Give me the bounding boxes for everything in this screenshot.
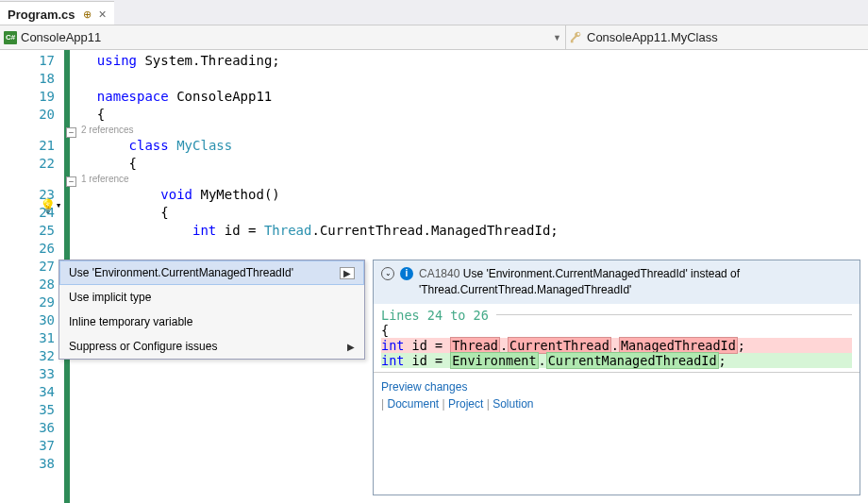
submenu-chevron-icon: ▶ (340, 267, 355, 279)
preview-diff: Lines 24 to 26 { int id = Thread.Current… (374, 304, 860, 372)
code-line: class MyClass (81, 137, 868, 155)
fold-toggle[interactable]: − (66, 127, 76, 138)
nav-type-text: ConsoleApp11.MyClass (587, 30, 718, 44)
quick-action-label: Inline temporary variable (69, 315, 192, 328)
diff-line: { (381, 323, 852, 338)
apply-scope-project[interactable]: Project (448, 397, 483, 411)
preview-changes-link[interactable]: Preview changes (381, 380, 467, 394)
code-line: { (81, 106, 868, 124)
nav-scope-text: ConsoleApp11 (21, 30, 101, 44)
close-icon[interactable]: × (99, 7, 107, 22)
info-icon: i (400, 267, 413, 280)
quick-action-item[interactable]: Suppress or Configure issues ▶ (59, 334, 364, 359)
nav-scope-dropdown[interactable]: C# ConsoleApp11 ▼ (0, 25, 566, 49)
code-line: { (81, 204, 868, 222)
chevron-down-icon: ▼ (57, 202, 60, 210)
csharp-icon: C# (4, 31, 17, 44)
tab-title: Program.cs (8, 8, 75, 22)
code-line: namespace ConsoleApp11 (81, 88, 868, 106)
code-line: using System.Threading; (81, 52, 868, 70)
quick-action-item[interactable]: Inline temporary variable (59, 310, 364, 334)
rule-text: CA1840 Use 'Environment.CurrentManagedTh… (419, 266, 852, 298)
nav-bar: C# ConsoleApp11 ▼ ConsoleApp11.MyClass (0, 25, 868, 50)
code-line: int id = Thread.CurrentThread.ManagedThr… (81, 222, 868, 240)
line-gutter: 17181920 2122 23242526272829303132333435… (0, 50, 64, 503)
preview-footer: Preview changes | Document | Project | S… (374, 372, 860, 418)
codelens-refs[interactable]: 1 reference (81, 173, 868, 186)
lightbulb-icon: 💡 (40, 198, 56, 213)
code-line: { (81, 155, 868, 173)
nav-type-dropdown[interactable]: ConsoleApp11.MyClass (566, 30, 868, 44)
submenu-chevron-icon: ▶ (347, 342, 355, 352)
pin-icon[interactable]: ⊕ (83, 8, 92, 21)
quick-action-item[interactable]: Use implicit type (59, 285, 364, 310)
quick-action-label: Use implicit type (69, 291, 151, 304)
fix-preview-pane: ⌄ i CA1840 Use 'Environment.CurrentManag… (373, 260, 860, 495)
diff-removed-line: int id = Thread.CurrentThread.ManagedThr… (381, 338, 852, 353)
preview-header: ⌄ i CA1840 Use 'Environment.CurrentManag… (374, 260, 860, 304)
quick-action-label: Use 'Environment.CurrentManagedThreadId' (69, 266, 293, 279)
collapse-icon[interactable]: ⌄ (381, 267, 394, 280)
tab-bar: Program.cs ⊕ × (0, 0, 868, 25)
file-tab[interactable]: Program.cs ⊕ × (0, 1, 114, 25)
chevron-down-icon: ▼ (553, 33, 561, 42)
apply-scope-solution[interactable]: Solution (492, 397, 533, 411)
diff-range: Lines 24 to 26 (381, 308, 852, 323)
lightbulb-button[interactable]: 💡 ▼ (40, 197, 62, 214)
diff-added-line: int id = Environment.CurrentManagedThrea… (381, 353, 852, 368)
apply-scope-document[interactable]: Document (387, 397, 439, 411)
code-line (81, 70, 868, 88)
codelens-refs[interactable]: 2 references (81, 124, 868, 137)
quick-actions-menu: Use 'Environment.CurrentManagedThreadId'… (58, 260, 365, 360)
class-icon (570, 31, 583, 44)
fold-toggle[interactable]: − (66, 176, 76, 187)
code-line: void MyMethod() (81, 186, 868, 204)
quick-action-item[interactable]: Use 'Environment.CurrentManagedThreadId'… (59, 260, 364, 285)
quick-action-label: Suppress or Configure issues (69, 340, 217, 353)
